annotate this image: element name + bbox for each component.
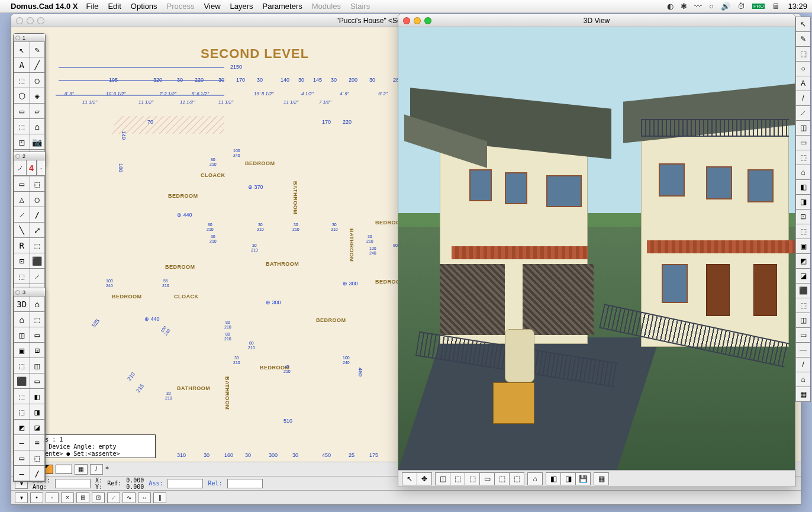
tool-button[interactable]: ◨	[30, 404, 46, 420]
tool-button[interactable]: ⬛	[30, 253, 46, 269]
tool-button[interactable]: /	[30, 207, 46, 223]
right-tool-button[interactable]: ○	[795, 61, 811, 76]
pattern-swatch[interactable]	[56, 465, 72, 474]
zoom-icon[interactable]	[424, 17, 431, 24]
flag-icon[interactable]: PRO	[752, 4, 765, 9]
right-tool-button[interactable]: ✎	[795, 31, 811, 47]
tool-button[interactable]: =	[30, 435, 46, 450]
zoom-icon[interactable]	[37, 17, 44, 24]
status-icon[interactable]: ⏱	[737, 2, 745, 11]
menu-parameters[interactable]: Parameters	[263, 2, 302, 11]
snap-icon[interactable]: ∿	[123, 492, 136, 503]
tool-icon[interactable]: ▦	[75, 464, 88, 475]
status-icon[interactable]: 〰	[694, 2, 702, 11]
tool-button[interactable]: 📷	[30, 134, 46, 150]
minimize-icon[interactable]	[414, 17, 421, 24]
view3d-tool-button[interactable]: ▭	[479, 472, 495, 485]
view3d-tool-button[interactable]: ◨	[560, 472, 576, 485]
view3d-tool-button[interactable]: ⬚	[509, 472, 524, 485]
menubar-clock[interactable]: 13:29	[788, 2, 807, 11]
tool-button[interactable]: ◧	[30, 389, 46, 404]
tool-badge[interactable]: 4	[26, 160, 37, 176]
view3d-canvas[interactable]	[398, 27, 795, 470]
right-tool-button[interactable]: ◨	[795, 194, 811, 210]
tool-button[interactable]: ◈	[30, 88, 46, 104]
right-tool-button[interactable]: A	[795, 76, 811, 91]
view3d-tool-button[interactable]: ↖	[402, 472, 417, 485]
tool-button[interactable]: ↖	[14, 42, 30, 57]
right-tool-button[interactable]: ◫	[795, 313, 811, 328]
tool-icon[interactable]: /	[90, 464, 103, 475]
menu-options[interactable]: Options	[131, 2, 157, 11]
tool-button[interactable]: ⟋	[14, 160, 26, 176]
tool-button[interactable]: ⬚	[14, 73, 30, 88]
tool-button[interactable]: ⟋	[30, 269, 46, 284]
tool-button[interactable]: ▭	[14, 104, 30, 119]
right-tool-button[interactable]: ▭	[795, 135, 811, 150]
tool-button[interactable]: ⬚	[14, 269, 30, 284]
close-icon[interactable]	[403, 17, 410, 24]
tool-button[interactable]: ╱	[30, 57, 46, 73]
view3d-tool-button[interactable]: 💾	[575, 472, 591, 485]
tool-button[interactable]: ✎	[30, 42, 46, 57]
right-tool-button[interactable]: /	[795, 357, 811, 372]
tool-button[interactable]: ▱	[30, 104, 46, 119]
tool-button[interactable]: ⬚	[14, 358, 30, 373]
tool-button[interactable]: ◰	[14, 134, 30, 150]
tool-button[interactable]: ⤢	[30, 223, 46, 238]
right-tool-button[interactable]: ⌂	[795, 372, 811, 387]
tool-button[interactable]: ⬚	[30, 312, 46, 327]
tool-button[interactable]: ▭	[30, 373, 46, 389]
volume-icon[interactable]: 🔊	[721, 2, 730, 11]
ass-input[interactable]	[167, 479, 203, 488]
app-name[interactable]: Domus.Cad 14.0 X	[11, 2, 78, 11]
tool-button[interactable]: —	[14, 466, 30, 481]
right-tool-button[interactable]: ⟋	[795, 105, 811, 121]
tool-button[interactable]: ⟋	[14, 207, 30, 223]
rel-input[interactable]	[227, 479, 263, 488]
tool-button[interactable]: ▭	[14, 176, 30, 192]
tool-button[interactable]: A	[14, 57, 30, 73]
snap-icon[interactable]: ⊡	[92, 492, 105, 503]
tool-button[interactable]: ◪	[30, 420, 46, 435]
right-tool-button[interactable]: ⬛	[795, 283, 811, 298]
tool-button[interactable]: ⬡	[14, 88, 30, 104]
tool-button[interactable]: 3D	[14, 297, 30, 312]
tool-button[interactable]: ⬚	[30, 238, 46, 253]
tool-button[interactable]: ▭	[14, 450, 30, 466]
right-tool-button[interactable]: ◪	[795, 268, 811, 284]
right-tool-button[interactable]: ⬚	[795, 46, 811, 62]
view3d-tool-button[interactable]: ✥	[417, 472, 432, 485]
dist-input[interactable]	[55, 479, 91, 488]
tool-palette-1[interactable]: 1 ↖✎A╱⬚○⬡◈▭▱⬚⌂◰📷⟋·	[13, 33, 46, 166]
tool-button[interactable]: ◫	[30, 358, 46, 373]
tool-button[interactable]: ⊡	[30, 343, 46, 358]
tool-button[interactable]: ⌂	[14, 312, 30, 327]
tool-button[interactable]: ⌂	[30, 297, 46, 312]
view3d-tool-button[interactable]: ◫	[435, 472, 450, 485]
view3d-titlebar[interactable]: 3D View	[398, 14, 795, 27]
right-tool-button[interactable]: ⬚	[795, 298, 811, 313]
right-tool-button[interactable]: /	[795, 91, 811, 106]
tool-button[interactable]: ·	[37, 160, 45, 176]
right-tool-button[interactable]: ◧	[795, 179, 811, 195]
right-tool-button[interactable]: ▣	[795, 239, 811, 254]
tool-button[interactable]: ⌂	[30, 119, 46, 134]
right-tool-button[interactable]: ▦	[795, 387, 811, 402]
tool-button[interactable]: R	[14, 238, 30, 253]
tool-button[interactable]: ⊡	[14, 253, 30, 269]
tool-button[interactable]: ⬚	[30, 176, 46, 192]
tool-button[interactable]: ⬚	[14, 119, 30, 134]
tool-button[interactable]: ▣	[14, 343, 30, 358]
display-icon[interactable]: 🖥	[772, 2, 779, 11]
right-tool-button[interactable]: ↖	[795, 17, 811, 32]
dropdown-icon[interactable]: ▾	[15, 492, 28, 503]
view3d-tool-button[interactable]: ⬚	[450, 472, 465, 485]
status-icon[interactable]: ○	[709, 2, 714, 11]
tool-button[interactable]: △	[14, 192, 30, 207]
tool-button[interactable]: ⬛	[14, 373, 30, 389]
right-tool-button[interactable]: ⬚	[795, 150, 811, 165]
snap-icon[interactable]: ⟋	[107, 492, 120, 503]
tool-button[interactable]: ⬚	[14, 404, 30, 420]
tool-button[interactable]: ◫	[14, 327, 30, 343]
